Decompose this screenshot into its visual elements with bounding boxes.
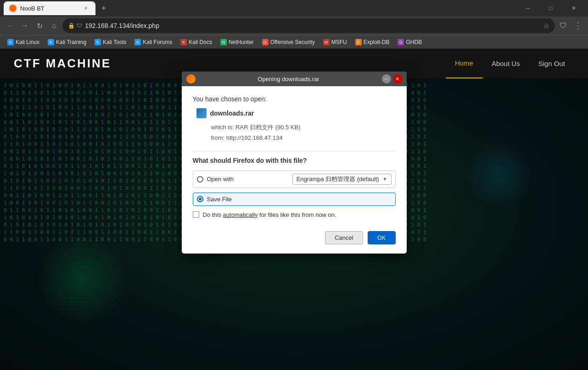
dialog-file-info: which is: RAR 归档文件 (90.5 KB) from: http:… [193,122,396,144]
ok-button[interactable]: OK [368,231,396,244]
bookmark-kali-docs[interactable]: K Kali Docs [177,38,216,46]
nav-right: 🛡 ⋮ [557,19,584,32]
bookmark-kali-docs-label: Kali Docs [189,39,212,45]
dialog-titlebar: Opening downloads.rar ─ ✕ [182,72,407,86]
dialog-file-name: downloads.rar [210,110,254,117]
dialog-buttons: Cancel OK [193,227,396,244]
kali-training-icon: K [48,39,54,45]
dialog-file-type: which is: RAR 归档文件 (90.5 KB) [211,122,396,133]
dialog-overlay: Opening downloads.rar ─ ✕ You have chose… [0,49,588,370]
minimize-button[interactable]: ─ [517,0,538,17]
browser-chrome: NooB BT × + ─ □ ✕ ← → ↻ ⌂ 🔒 🛡 192.168.47… [0,0,588,49]
dialog-open-with-app: Engrampa 归档管理器 (default) [297,175,379,183]
dialog-open-with-select[interactable]: Engrampa 归档管理器 (default) ▼ [292,174,392,185]
tab-favicon [9,5,17,12]
kali-tools-icon: K [95,39,101,45]
dialog-open-with-label: Open with [207,176,289,182]
title-bar: NooB BT × + ─ □ ✕ [0,0,588,17]
dialog-window-buttons: ─ ✕ [382,74,402,83]
kali-linux-icon: K [7,39,14,45]
bookmark-kali-forums[interactable]: K Kali Forums [131,38,176,46]
profile-button[interactable]: 🛡 [557,19,570,32]
dialog-auto-label: Do this automatically for files like thi… [203,211,336,218]
bookmark-exploit-db[interactable]: E Exploit-DB [352,38,393,46]
dialog-title: Opening downloads.rar [199,76,378,83]
menu-button[interactable]: ⋮ [571,19,584,32]
dialog-close-button[interactable]: ✕ [393,74,402,83]
dialog-minimize-button[interactable]: ─ [382,74,391,83]
bookmark-msfu[interactable]: M MSFU [319,38,351,46]
dialog-file-row: downloads.rar [193,108,396,118]
dialog-open-with-radio[interactable] [197,176,203,182]
bookmark-exploit-db-label: Exploit-DB [364,39,390,45]
dialog-file-from: from: http://192.168.47.134 [211,133,396,143]
browser-tab[interactable]: NooB BT × [4,1,95,15]
close-button[interactable]: ✕ [563,0,584,17]
back-button[interactable]: ← [4,19,17,32]
new-tab-button[interactable]: + [97,2,110,15]
refresh-button[interactable]: ↻ [33,19,46,32]
nav-bar: ← → ↻ ⌂ 🔒 🛡 192.168.47.134/index.php ☆ 🛡… [0,17,588,35]
kali-forums-icon: K [134,39,141,45]
bookmark-star-icon[interactable]: ☆ [543,22,549,30]
bookmark-kali-linux[interactable]: K Kali Linux [4,38,43,46]
dialog-auto-checkbox[interactable] [193,211,199,218]
tab-close-button[interactable]: × [82,4,90,12]
ghdb-icon: G [398,39,404,45]
dialog-separator [193,151,396,151]
msfu-icon: M [323,39,330,45]
website-content: 1 0 1 0 0 1 1 0 1 0 0 1 0 1 1 0 0 1 0 1 … [0,49,588,370]
bookmark-kali-linux-label: Kali Linux [16,39,39,45]
lock-icon: 🔒 [68,22,75,29]
bookmark-msfu-label: MSFU [331,39,347,45]
dialog-body: You have chosen to open: downloads.rar w… [182,86,407,254]
bookmark-offensive-security-label: Offensive Security [270,39,315,45]
bookmark-ghdb-label: GHDB [406,39,422,45]
nethunter-icon: N [220,39,227,45]
address-text[interactable]: 192.168.47.134/index.php [85,22,540,29]
kali-docs-icon: K [180,39,187,45]
address-bar-container[interactable]: 🔒 🛡 192.168.47.134/index.php ☆ [62,18,555,33]
cancel-button[interactable]: Cancel [325,231,363,244]
firefox-dialog: Opening downloads.rar ─ ✕ You have chose… [182,72,407,254]
bookmark-ghdb[interactable]: G GHDB [394,38,426,46]
maximize-button[interactable]: □ [540,0,561,17]
bookmark-nethunter[interactable]: N NetHunter [217,38,258,46]
dialog-open-with-row[interactable]: Open with Engrampa 归档管理器 (default) ▼ [193,171,396,188]
bookmark-kali-tools-label: Kali Tools [103,39,126,45]
bookmark-offensive-security[interactable]: O Offensive Security [258,38,319,46]
bookmark-kali-tools[interactable]: K Kali Tools [91,38,130,46]
home-button[interactable]: ⌂ [48,19,61,32]
select-arrow-icon: ▼ [383,177,387,182]
tab-title: NooB BT [20,5,78,12]
exploit-db-icon: E [355,39,362,45]
address-bar-icons: 🔒 🛡 [68,22,82,29]
dialog-save-file-label: Save File [207,196,392,203]
bookmark-kali-forums-label: Kali Forums [143,39,172,45]
shield-icon: 🛡 [77,22,82,29]
bookmark-nethunter-label: NetHunter [229,39,254,45]
tab-bar: NooB BT × + [4,1,517,15]
firefox-icon [186,74,196,83]
dialog-save-file-radio[interactable] [197,196,203,202]
window-controls: ─ □ ✕ [517,0,584,17]
file-icon [196,108,207,118]
dialog-open-text: You have chosen to open: [193,95,396,103]
dialog-question: What should Firefox do with this file? [193,157,396,164]
offensive-security-icon: O [262,39,269,45]
dialog-save-file-row[interactable]: Save File [193,193,396,206]
dialog-auto-row: Do this automatically for files like thi… [193,211,396,218]
bookmark-kali-training-label: Kali Training [56,39,86,45]
forward-button[interactable]: → [18,19,31,32]
bookmarks-bar: K Kali Linux K Kali Training K Kali Tool… [0,35,588,49]
bookmark-kali-training[interactable]: K Kali Training [44,38,90,46]
